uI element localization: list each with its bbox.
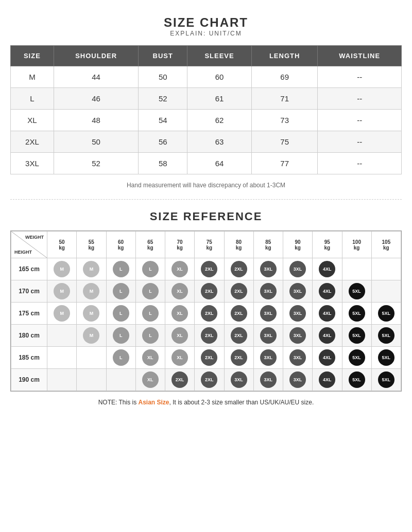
size-value: 48 [54, 110, 139, 131]
size-value: -- [318, 110, 402, 131]
size-circle: L [142, 283, 159, 299]
size-circle: 2XL [201, 283, 217, 299]
weight-header: 95kg [313, 232, 342, 258]
size-value: 60 [187, 66, 252, 88]
ref-size-cell: 2XL [224, 258, 253, 280]
size-value: -- [318, 88, 402, 110]
weight-header: 60kg [106, 232, 135, 258]
size-table-row: 2XL50566375-- [11, 131, 402, 153]
size-circle: 3XL [260, 305, 277, 322]
weight-header: 85kg [253, 232, 283, 258]
ref-size-cell [47, 369, 77, 391]
size-table-row: L46526171-- [11, 88, 402, 110]
size-circle: L [113, 349, 129, 366]
size-circle: XL [171, 349, 188, 366]
size-label: XL [11, 110, 54, 131]
size-label: L [11, 88, 54, 110]
size-note: NOTE: This is Asian Size, It is about 2-… [10, 399, 402, 406]
size-circle: 4XL [319, 305, 335, 322]
size-value: 77 [251, 153, 317, 174]
ref-size-cell: 3XL [283, 280, 313, 303]
size-circle: XL [171, 305, 188, 322]
size-value: 75 [251, 131, 317, 153]
size-value: -- [318, 66, 402, 88]
ref-size-cell: 5XL [371, 325, 401, 347]
ref-size-cell: XL [165, 258, 195, 280]
size-circle: L [113, 283, 129, 299]
size-circle: 2XL [201, 327, 217, 344]
section-divider [10, 199, 402, 200]
ref-size-cell: L [135, 280, 165, 303]
ref-size-cell: M [47, 303, 77, 325]
size-circle: 4XL [319, 349, 335, 366]
size-chart-title: SIZE CHART [10, 15, 402, 30]
weight-header: 55kg [77, 232, 106, 258]
asian-size-highlight: Asian Size [138, 399, 169, 406]
ref-table-row: 180 cmMLLXL2XL2XL3XL3XL4XL5XL5XL [11, 325, 401, 347]
size-value: 56 [139, 131, 187, 153]
size-label: 2XL [11, 131, 54, 153]
ref-size-cell: 5XL [371, 347, 401, 369]
size-circle: 5XL [349, 349, 365, 366]
size-reference-table: WEIGHT HEIGHT 50kg55kg60kg65kg70kg75kg80… [11, 231, 401, 391]
size-circle: 3XL [289, 349, 306, 366]
ref-size-cell: 3XL [253, 325, 283, 347]
size-reference-table-wrapper: WEIGHT HEIGHT 50kg55kg60kg65kg70kg75kg80… [10, 230, 402, 392]
ref-size-cell: L [135, 258, 165, 280]
height-label: 190 cm [11, 369, 47, 391]
ref-size-cell [342, 258, 371, 280]
ref-size-cell: 4XL [313, 369, 342, 391]
ref-size-cell: 2XL [195, 325, 224, 347]
ref-size-cell: 5XL [342, 280, 371, 303]
ref-table-row: 175 cmMMLLXL2XL2XL3XL3XL4XL5XL5XL [11, 303, 401, 325]
ref-size-cell: 3XL [253, 280, 283, 303]
size-table-header: SLEEVE [187, 46, 252, 66]
size-circle: XL [142, 371, 159, 388]
ref-size-cell: 3XL [224, 369, 253, 391]
ref-size-cell [371, 258, 401, 280]
size-value: 73 [251, 110, 317, 131]
ref-size-cell: 2XL [224, 280, 253, 303]
size-circle: M [83, 261, 99, 277]
size-table-row: M44506069-- [11, 66, 402, 88]
ref-size-cell: 4XL [313, 258, 342, 280]
weight-header: 100kg [342, 232, 371, 258]
size-circle: 3XL [289, 327, 306, 344]
corner-header: WEIGHT HEIGHT [11, 232, 47, 258]
ref-size-cell: 3XL [253, 347, 283, 369]
size-value: 52 [139, 88, 187, 110]
size-circle: 3XL [260, 283, 277, 299]
ref-size-cell: 5XL [371, 369, 401, 391]
ref-size-cell: L [106, 280, 135, 303]
ref-size-cell: 3XL [253, 369, 283, 391]
ref-size-cell: 3XL [283, 303, 313, 325]
size-circle: 5XL [349, 327, 365, 344]
size-circle: L [142, 261, 159, 277]
size-circle: L [113, 327, 129, 344]
size-circle: M [83, 305, 99, 322]
size-value: 54 [139, 110, 187, 131]
ref-size-cell [47, 325, 77, 347]
size-circle: 2XL [201, 305, 217, 322]
size-circle: 3XL [289, 283, 306, 299]
size-value: 61 [187, 88, 252, 110]
ref-size-cell: 2XL [224, 303, 253, 325]
size-chart-table: SIZESHOULDERBUSTSLEEVELENGTHWAISTLINE M4… [10, 45, 402, 174]
ref-table-row: 185 cmLXLXL2XL2XL3XL3XL4XL5XL5XL [11, 347, 401, 369]
size-circle: 2XL [231, 261, 247, 277]
size-table-header: LENGTH [251, 46, 317, 66]
ref-size-cell: 5XL [342, 325, 371, 347]
ref-size-cell [371, 280, 401, 303]
size-chart-disclaimer: Hand measurement will have discrepancy o… [10, 182, 402, 189]
ref-size-cell: XL [135, 347, 165, 369]
size-circle: 2XL [231, 283, 247, 299]
size-circle: 3XL [260, 371, 277, 388]
weight-header: 50kg [47, 232, 77, 258]
size-circle: 5XL [378, 371, 394, 388]
weight-header: 105kg [371, 232, 401, 258]
size-circle: 3XL [289, 261, 306, 277]
ref-size-cell: L [135, 303, 165, 325]
size-circle: 4XL [319, 261, 335, 277]
size-value: 69 [251, 66, 317, 88]
ref-size-cell: XL [165, 325, 195, 347]
